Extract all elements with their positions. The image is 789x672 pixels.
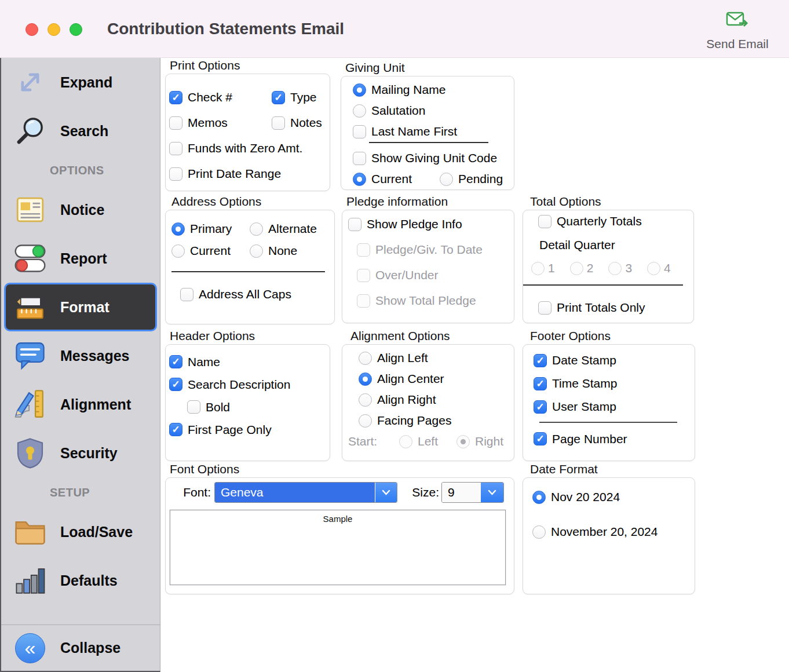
type-checkbox[interactable]: Type	[272, 90, 317, 104]
sidebar-item-format[interactable]: Format	[4, 283, 157, 331]
start-left-radio[interactable]: Left	[399, 434, 438, 448]
primary-radio[interactable]: Primary	[171, 222, 250, 236]
checkbox-label: Search Description	[188, 378, 290, 392]
sidebar-item-defaults[interactable]: Defaults	[1, 556, 160, 605]
user-stamp-checkbox[interactable]: User Stamp	[534, 400, 616, 414]
checkbox-icon	[348, 218, 361, 231]
radio-label: Current	[190, 244, 231, 258]
align-right-radio[interactable]: Align Right	[359, 393, 436, 407]
date-format-title: Date Format	[530, 462, 695, 476]
expand-icon	[12, 64, 49, 101]
check-number-checkbox[interactable]: Check #	[169, 90, 272, 104]
sidebar-item-expand[interactable]: Expand	[1, 58, 160, 107]
show-giving-unit-code-checkbox[interactable]: Show Giving Unit Code	[353, 151, 497, 165]
quarter-4-radio[interactable]: 4	[647, 261, 671, 275]
radio-label: Mailing Name	[371, 83, 445, 97]
divider	[369, 142, 488, 143]
print-date-range-checkbox[interactable]: Print Date Range	[169, 167, 281, 181]
date-stamp-checkbox[interactable]: Date Stamp	[534, 353, 616, 367]
radio-icon	[359, 372, 372, 386]
font-select[interactable]: Geneva	[214, 482, 397, 503]
checkbox-label: Notes	[290, 116, 322, 130]
quarterly-totals-checkbox[interactable]: Quarterly Totals	[538, 214, 642, 228]
address-current-radio[interactable]: Current	[171, 244, 250, 258]
salutation-radio[interactable]: Salutation	[353, 104, 425, 118]
alignment-options-panel: Alignment Options Align Left Align Cente…	[342, 329, 514, 461]
checkbox-label: Show Pledge Info	[367, 217, 462, 231]
first-page-only-checkbox[interactable]: First Page Only	[169, 423, 272, 437]
sidebar-item-load-save[interactable]: Load/Save	[1, 507, 160, 556]
send-email-button[interactable]: Send Email	[700, 10, 775, 51]
checkbox-label: Bold	[206, 400, 230, 414]
radio-icon	[531, 262, 545, 275]
pending-radio[interactable]: Pending	[440, 172, 503, 186]
header-options-panel: Header Options Name Search Description	[165, 329, 330, 461]
font-options-panel: Font Options Font: Geneva Size: 9	[165, 462, 514, 594]
sidebar-item-security[interactable]: Security	[1, 429, 160, 477]
radio-icon	[353, 173, 366, 186]
total-options-title: Total Options	[530, 195, 694, 208]
quarter-3-radio[interactable]: 3	[608, 261, 632, 275]
notes-checkbox[interactable]: Notes	[272, 116, 322, 130]
pledge-giv-to-date-checkbox[interactable]: Pledge/Giv. To Date	[357, 243, 483, 257]
short-date-radio[interactable]: Nov 20 2024	[532, 490, 620, 504]
quarter-1-radio[interactable]: 1	[531, 261, 555, 275]
alignment-options-title: Alignment Options	[350, 329, 514, 342]
facing-pages-radio[interactable]: Facing Pages	[359, 414, 451, 428]
sidebar-item-report[interactable]: Report	[1, 234, 160, 283]
over-under-checkbox[interactable]: Over/Under	[357, 268, 439, 282]
zoom-window-button[interactable]	[70, 23, 82, 36]
align-center-radio[interactable]: Align Center	[359, 372, 444, 386]
checkbox-icon	[169, 116, 182, 130]
checkbox-label: Pledge/Giv. To Date	[375, 243, 483, 257]
minimize-window-button[interactable]	[48, 23, 60, 36]
total-options-panel: Total Options Quarterly Totals Detail Qu…	[523, 195, 694, 323]
alternate-radio[interactable]: Alternate	[250, 222, 317, 236]
name-checkbox[interactable]: Name	[169, 355, 220, 369]
pledge-information-panel: Pledge information Show Pledge Info Pled…	[342, 195, 514, 323]
print-totals-only-checkbox[interactable]: Print Totals Only	[538, 301, 645, 315]
chevron-down-icon[interactable]	[480, 483, 503, 502]
size-select[interactable]: 9	[441, 482, 504, 503]
quarter-2-radio[interactable]: 2	[570, 261, 594, 275]
report-icon	[12, 240, 49, 277]
sidebar-label: Search	[60, 123, 108, 140]
sidebar-item-collapse[interactable]: « Collapse	[1, 624, 160, 671]
last-name-first-checkbox[interactable]: Last Name First	[353, 125, 457, 138]
checkbox-label: User Stamp	[552, 400, 616, 414]
align-left-radio[interactable]: Align Left	[359, 351, 428, 365]
sidebar-item-notice[interactable]: Notice	[1, 185, 160, 234]
checkbox-icon	[353, 152, 366, 165]
bold-checkbox[interactable]: Bold	[187, 400, 230, 414]
show-pledge-info-checkbox[interactable]: Show Pledge Info	[348, 217, 462, 231]
memos-checkbox[interactable]: Memos	[169, 116, 272, 130]
time-stamp-checkbox[interactable]: Time Stamp	[534, 377, 617, 390]
sidebar-item-search[interactable]: Search	[1, 107, 160, 155]
radio-label: Facing Pages	[377, 414, 451, 428]
mailing-name-radio[interactable]: Mailing Name	[353, 83, 445, 97]
chevron-down-icon[interactable]	[375, 483, 397, 502]
address-all-caps-checkbox[interactable]: Address All Caps	[180, 287, 291, 301]
radio-icon	[399, 435, 412, 448]
sidebar-item-alignment[interactable]: Alignment	[1, 380, 160, 429]
close-window-button[interactable]	[25, 23, 38, 36]
search-description-checkbox[interactable]: Search Description	[169, 378, 290, 392]
none-radio[interactable]: None	[250, 244, 297, 258]
radio-label: Align Center	[377, 372, 444, 386]
radio-icon	[570, 262, 583, 275]
bar-chart-icon	[12, 562, 49, 599]
current-radio[interactable]: Current	[353, 172, 440, 186]
footer-options-title: Footer Options	[530, 329, 695, 342]
sidebar-item-messages[interactable]: Messages	[1, 331, 160, 380]
radio-label: Nov 20 2024	[551, 490, 620, 504]
page-number-checkbox[interactable]: Page Number	[534, 432, 627, 446]
long-date-radio[interactable]: November 20, 2024	[532, 525, 658, 539]
show-total-pledge-checkbox[interactable]: Show Total Pledge	[357, 294, 476, 308]
funds-with-zero-amt-checkbox[interactable]: Funds with Zero Amt.	[169, 141, 302, 155]
checkbox-label: Quarterly Totals	[557, 214, 642, 228]
send-email-label: Send Email	[706, 37, 768, 51]
radio-label: 3	[625, 261, 632, 275]
radio-label: Left	[418, 434, 438, 448]
format-settings-page: Print Options Check # Type Memos	[160, 58, 789, 672]
start-right-radio[interactable]: Right	[456, 434, 503, 448]
